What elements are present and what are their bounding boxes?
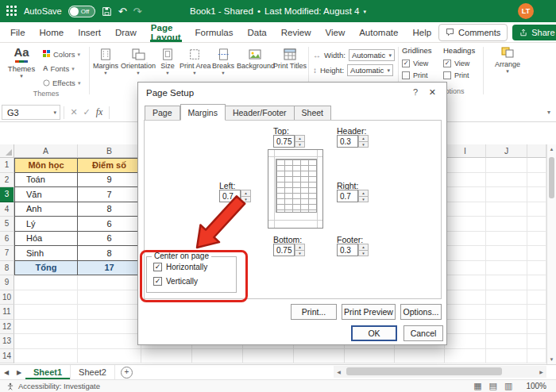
cell[interactable] — [78, 275, 141, 290]
spin-up-icon[interactable]: ▲ — [295, 244, 305, 250]
row-header[interactable]: 3 — [0, 187, 14, 202]
width-select[interactable]: Automatic ▾ — [349, 49, 395, 61]
cell[interactable] — [243, 349, 294, 364]
formula-enter-icon[interactable]: ✓ — [80, 107, 93, 117]
cell[interactable]: Môn học — [14, 158, 78, 173]
themes-button[interactable]: Aa Themes ▾ — [5, 46, 38, 79]
cell[interactable] — [78, 349, 141, 364]
left-margin-value[interactable]: 0.7 — [219, 190, 241, 202]
tab-view[interactable]: View — [318, 22, 352, 42]
cell[interactable] — [527, 187, 546, 202]
normal-view-icon[interactable]: ▦ — [473, 382, 481, 390]
breaks-button[interactable]: Breaks ▾ — [210, 44, 237, 77]
cell[interactable] — [527, 158, 546, 173]
prev-sheet-icon[interactable]: ◀ — [0, 365, 13, 379]
cell[interactable] — [445, 305, 486, 320]
dialog-help-icon[interactable]: ? — [413, 87, 418, 97]
effects-button[interactable]: Effects ▾ — [43, 76, 80, 89]
tab-automate[interactable]: Automate — [352, 22, 405, 42]
cell[interactable] — [78, 305, 141, 320]
cell[interactable] — [527, 202, 546, 217]
print-preview-button[interactable]: Print Preview — [342, 304, 396, 320]
cell[interactable] — [486, 305, 527, 320]
spin-up-icon[interactable]: ▲ — [358, 190, 369, 196]
scroll-right-icon[interactable]: ▶ — [536, 369, 546, 375]
bottom-margin-value[interactable]: 0.75 — [273, 244, 295, 256]
document-title[interactable]: Book1 - Shared • Last Modified: August 4… — [190, 0, 366, 22]
cell[interactable] — [445, 275, 486, 290]
formula-cancel-icon[interactable]: ✕ — [68, 107, 80, 117]
cell[interactable] — [445, 261, 486, 276]
column-header[interactable]: A — [14, 144, 78, 158]
cell[interactable] — [527, 173, 546, 188]
cell[interactable] — [78, 334, 141, 349]
cell[interactable] — [14, 275, 78, 290]
name-box[interactable]: G3 ▾ — [2, 105, 60, 120]
cell[interactable]: 17 — [78, 261, 141, 276]
cell[interactable]: Anh — [14, 202, 78, 217]
horizontal-scrollbar[interactable]: ◀ ▶ — [334, 366, 546, 378]
footer-margin-value[interactable]: 0.3 — [337, 244, 358, 256]
cell[interactable] — [445, 320, 486, 335]
cell[interactable] — [486, 334, 527, 349]
cell[interactable]: Tổng — [14, 261, 78, 276]
column-header[interactable]: I — [445, 144, 486, 158]
cell[interactable] — [486, 158, 527, 173]
column-header[interactable] — [527, 144, 546, 158]
undo-icon[interactable]: ↶ — [118, 6, 127, 17]
cell[interactable] — [527, 275, 546, 290]
cell[interactable] — [445, 232, 486, 247]
cell[interactable] — [294, 349, 345, 364]
cell[interactable] — [486, 275, 527, 290]
tab-insert[interactable]: Insert — [71, 22, 108, 42]
add-sheet-button[interactable]: + — [121, 367, 133, 379]
column-header[interactable]: J — [486, 144, 527, 158]
row-header[interactable]: 4 — [0, 202, 14, 217]
dialog-tab-page[interactable]: Page — [145, 106, 180, 121]
spin-up-icon[interactable]: ▲ — [358, 244, 369, 250]
next-sheet-icon[interactable]: ▶ — [13, 365, 25, 379]
spin-up-icon[interactable]: ▲ — [295, 135, 305, 141]
margins-button[interactable]: Margins ▾ — [91, 44, 121, 77]
cell[interactable]: Điểm số — [78, 158, 141, 173]
cell[interactable]: Lý — [14, 217, 78, 232]
cell[interactable] — [14, 320, 78, 335]
row-header[interactable]: 6 — [0, 232, 14, 247]
page-layout-view-icon[interactable]: ▤ — [489, 382, 497, 390]
right-margin-value[interactable]: 0.7 — [337, 190, 358, 202]
headings-print-checkbox[interactable]: Print — [443, 69, 481, 81]
row-header[interactable]: 14 — [0, 349, 14, 364]
background-button[interactable]: Background — [237, 44, 273, 77]
zoom-level[interactable]: 100% — [526, 382, 546, 390]
tab-file[interactable]: File — [3, 22, 33, 42]
accessibility-status[interactable]: Accessibility: Investigate — [18, 382, 100, 390]
row-header[interactable]: 8 — [0, 261, 14, 276]
cell[interactable] — [486, 217, 527, 232]
select-all-corner[interactable] — [0, 144, 14, 158]
insert-function-icon[interactable]: fx — [93, 106, 106, 118]
column-header[interactable]: B — [78, 144, 141, 158]
spin-up-icon[interactable]: ▲ — [241, 190, 251, 196]
cell[interactable] — [14, 334, 78, 349]
row-header[interactable]: 11 — [0, 305, 14, 320]
vertical-scroll-thumb[interactable] — [549, 157, 554, 198]
cell[interactable] — [395, 349, 445, 364]
scroll-down-icon[interactable]: ▼ — [547, 357, 556, 362]
spin-down-icon[interactable]: ▼ — [358, 141, 369, 148]
autosave-toggle[interactable]: Off — [68, 6, 95, 17]
expand-formula-bar-icon[interactable]: ▾ — [542, 109, 556, 116]
scroll-left-icon[interactable]: ◀ — [334, 369, 344, 375]
cell[interactable] — [141, 349, 192, 364]
dialog-tab-header-footer[interactable]: Header/Footer — [226, 106, 295, 121]
redo-icon[interactable]: ↷ — [133, 6, 142, 17]
horizontal-scroll-thumb[interactable] — [346, 367, 502, 375]
vertical-scrollbar[interactable]: ▲ ▼ — [546, 144, 556, 364]
tab-page-layout[interactable]: Page Layout — [144, 22, 188, 42]
tab-draw[interactable]: Draw — [108, 22, 144, 42]
row-header[interactable]: 2 — [0, 173, 14, 188]
cell[interactable] — [527, 232, 546, 247]
cell[interactable] — [527, 305, 546, 320]
headings-view-checkbox[interactable]: ✓ View — [443, 57, 481, 69]
size-button[interactable]: Size ▾ — [156, 44, 180, 77]
orientation-button[interactable]: Orientation ▾ — [121, 44, 156, 77]
